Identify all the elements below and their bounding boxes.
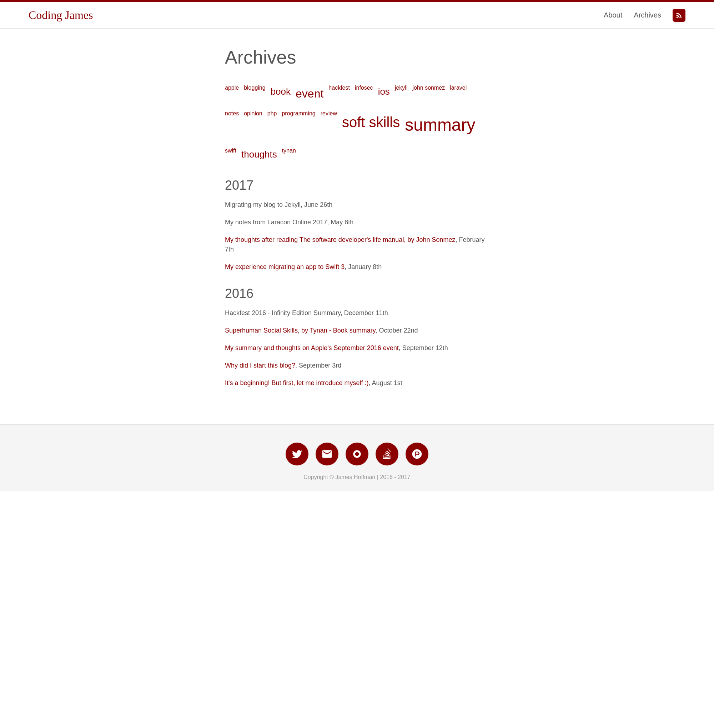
tag-apple[interactable]: apple	[225, 82, 239, 105]
post-entry: Why did I start this blog?, September 3r…	[225, 361, 489, 370]
post-entry: It's a beginning! But first, let me intr…	[225, 378, 489, 388]
tag-summary[interactable]: summary	[405, 108, 475, 142]
post-entry: My thoughts after reading The software d…	[225, 235, 489, 254]
post-date: , May 8th	[327, 219, 353, 226]
twitter-icon[interactable]	[286, 442, 309, 465]
social-icons	[0, 442, 714, 465]
tag-ios[interactable]: ios	[378, 82, 390, 105]
post-date: , September 3rd	[295, 362, 341, 369]
tag-notes[interactable]: notes	[225, 108, 239, 142]
post-date: , June 26th	[301, 201, 332, 208]
svg-point-1	[355, 452, 359, 456]
nav-archives[interactable]: Archives	[634, 11, 661, 19]
year-heading-2016: 2016	[225, 286, 489, 301]
post-entry: My summary and thoughts on Apple's Septe…	[225, 343, 489, 353]
tag-laravel[interactable]: laravel	[450, 82, 466, 105]
tag-programming[interactable]: programming	[282, 108, 315, 142]
post-title: Hackfest 2016 - Infinity Edition Summary	[225, 309, 340, 316]
post-link[interactable]: My thoughts after reading The software d…	[225, 236, 455, 243]
site-title[interactable]: Coding James	[28, 9, 93, 22]
tag-soft-skills[interactable]: soft skills	[342, 108, 400, 142]
post-title: Migrating my blog to Jekyll	[225, 201, 301, 208]
post-date: , September 12th	[399, 344, 448, 352]
main-nav: About Archives	[604, 9, 686, 22]
post-date: , August 1st	[369, 379, 402, 387]
post-entry: Migrating my blog to Jekyll, June 26th	[225, 200, 489, 210]
copyright-text: Copyright © James Hoffman | 2016 - 2017	[0, 474, 714, 480]
post-link[interactable]: Why did I start this blog?	[225, 362, 295, 369]
tag-php[interactable]: php	[267, 108, 277, 142]
tag-cloud: applebloggingbookeventhackfestinfosecios…	[225, 82, 489, 164]
tag-review[interactable]: review	[321, 108, 337, 142]
post-link[interactable]: My experience migrating an app to Swift …	[225, 263, 345, 271]
post-link[interactable]: My summary and thoughts on Apple's Septe…	[225, 344, 399, 352]
post-entry: My experience migrating an app to Swift …	[225, 262, 489, 272]
post-link[interactable]: It's a beginning! But first, let me intr…	[225, 379, 369, 387]
producthunt-icon[interactable]	[405, 442, 428, 465]
post-date: , October 22nd	[376, 327, 418, 334]
post-entry: My notes from Laracon Online 2017, May 8…	[225, 218, 489, 227]
tag-tynan[interactable]: tynan	[282, 145, 296, 164]
tag-book[interactable]: book	[271, 82, 291, 105]
page-heading: Archives	[225, 47, 489, 68]
archive-sections: 2017Migrating my blog to Jekyll, June 26…	[225, 178, 489, 388]
post-title: My notes from Laracon Online 2017	[225, 219, 327, 226]
tag-blogging[interactable]: blogging	[244, 82, 266, 105]
tag-swift[interactable]: swift	[225, 145, 236, 164]
nav-about[interactable]: About	[604, 11, 622, 19]
site-footer: Copyright © James Hoffman | 2016 - 2017	[0, 424, 714, 491]
tag-hackfest[interactable]: hackfest	[328, 82, 350, 105]
post-link[interactable]: Superhuman Social Skills, by Tynan - Boo…	[225, 327, 376, 334]
rss-icon[interactable]	[673, 9, 686, 22]
post-date: , December 11th	[340, 309, 388, 316]
tag-john-sonmez[interactable]: john sonmez	[412, 82, 445, 105]
stackoverflow-icon[interactable]	[376, 442, 398, 465]
email-icon[interactable]	[316, 442, 338, 465]
tag-thoughts[interactable]: thoughts	[242, 145, 277, 164]
tag-jekyll[interactable]: jekyll	[395, 82, 408, 105]
tag-event[interactable]: event	[296, 82, 324, 105]
drip-icon[interactable]	[346, 442, 368, 465]
tag-infosec[interactable]: infosec	[355, 82, 373, 105]
post-entry: Hackfest 2016 - Infinity Edition Summary…	[225, 308, 489, 318]
tag-opinion[interactable]: opinion	[244, 108, 262, 142]
post-entry: Superhuman Social Skills, by Tynan - Boo…	[225, 326, 489, 335]
post-date: , January 8th	[345, 263, 382, 271]
year-heading-2017: 2017	[225, 178, 489, 193]
